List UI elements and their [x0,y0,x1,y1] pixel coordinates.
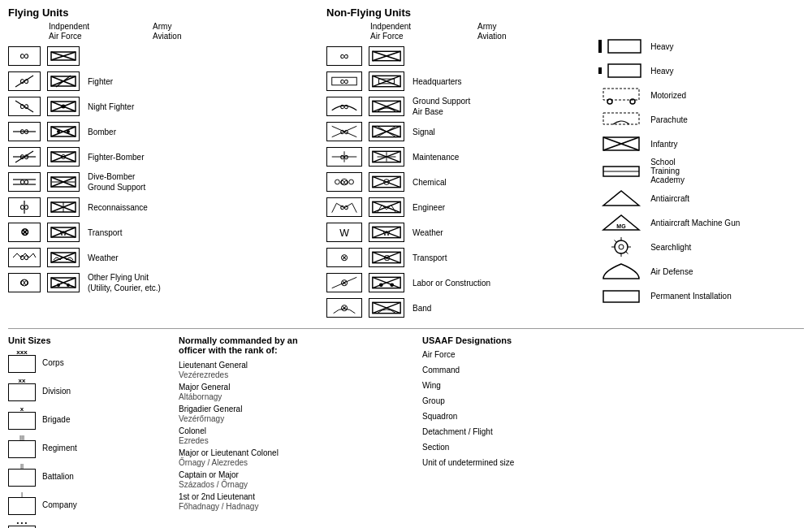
cmd-row-co: Captain or Major Százados / Őrnagy [179,470,422,489]
flying-row-0: ∞ [8,45,326,67]
commanded-by-section: Normally commanded by anofficer with the… [179,335,422,528]
cmd-row-regt: Colonel Ezredes [179,426,422,445]
sym-fly-weather-af: ∞ [8,248,41,267]
svg-text:MG: MG [617,223,627,229]
sym-nf-hq-af: ∞ [326,71,362,91]
sym-fly-bomber-army [47,122,80,141]
nf-row-weather: W W Weather [326,221,597,244]
cmd-rank-div: Major General [179,382,422,392]
sym-fly-nf-af: ∞ [8,97,41,116]
sym-nf-gsab-army [369,97,404,116]
nf-label-maint: Maintenance [412,152,459,162]
sym-perm-install [597,286,646,305]
nf-row-band: ⊗ Band [326,296,597,319]
svg-text:∞: ∞ [340,124,349,138]
cmd-sub-div: Altábornagy [179,392,422,401]
svg-text:∞: ∞ [340,49,349,63]
usaaf-row-undet: Unit of undetermined size [422,458,650,467]
nf-label-gsab: Ground SupportAir Base [412,96,470,117]
sym-fly-db-af: ∞ [8,172,41,192]
flying-units-header: Flying Units [8,6,326,19]
nf-col-indep: IndpendentAir Force [370,22,411,41]
sym-searchlight [597,237,646,257]
sym-nf-trans-army: ⊗ [369,248,404,267]
svg-line-49 [13,253,17,258]
sym-infantry [597,134,646,154]
svg-marker-141 [603,191,639,206]
usaaf-row-sec: Section [422,443,650,452]
special-row-heavy1: Heavy [597,36,804,57]
flying-label-recon: Reconnaissance [88,202,148,213]
cmd-row-corps: Lieutenant General Vezérezredes [179,360,422,379]
cmd-row-brig: Brigadier General Vezérőrnagy [179,404,422,423]
cmd-rank-regt: Colonel [179,426,422,436]
flying-label-bomber: Bomber [88,127,116,137]
flying-col-headers: IndpendentAir Force ArmyAviation [8,22,326,41]
nf-label-labor: Labor or Construction [412,278,490,288]
svg-text:⊗: ⊗ [383,253,391,262]
non-flying-col-headers: IndpendentAir Force ArmyAviation [326,22,597,41]
sym-nf-signal-af: ∞ [326,122,362,141]
special-label-airdefense: Air Defense [650,267,693,276]
nf-row-gsab: ∞ Ground SupportAir Base [326,95,597,118]
flying-row-db: ∞ Dive-BomberGround Support [8,171,326,193]
sym-antiaircraft [597,188,646,208]
svg-text:W: W [383,228,391,237]
usaaf-row-group: Group [422,396,650,405]
usaaf-row-af: Air Force [422,350,650,359]
sym-heavy1 [597,37,646,56]
special-row-airdefense: Air Defense [597,261,804,282]
flying-row-bomber: ∞ Bomber [8,120,326,143]
size-row-platoon: • • • Platoon [8,521,179,528]
special-row-school: SchoolTrainingAcademy [597,158,804,184]
nf-row-0: ∞ [326,45,597,67]
svg-point-133 [607,99,612,104]
sym-division [8,383,36,401]
svg-point-98 [349,180,354,184]
svg-rect-132 [603,89,639,100]
flying-label-nf: Night Fighter [88,102,134,112]
sym-fly-weather-army [47,248,80,267]
size-row-company: | Company [8,492,179,517]
sym-fly-bomber-af: ∞ [8,122,41,141]
nf-label-hq: Headquarters [412,76,462,87]
sym-fly-0-army [47,46,80,66]
cmd-sub-regt: Ezredes [179,436,422,445]
size-label-corps: Corps [42,358,64,367]
flying-label-other: Other Flying Unit(Utility, Courier, etc.… [88,272,161,293]
size-label-company: Company [42,500,77,509]
cmd-row-plt: 1st or 2nd Lieutenant Főhadnagy / Hadnag… [179,491,422,511]
usaaf-label-det: Detachment / Flight [422,427,650,436]
nf-row-maint: ∞ Maintenance [326,145,597,168]
sym-parachute [597,110,646,129]
sym-fly-db-army [47,172,80,192]
svg-line-9 [56,76,71,87]
special-row-heavy2: Heavy [597,60,804,81]
non-flying-header: Non-Flying Units [326,6,597,19]
special-row-motorized: Motorized [597,84,804,106]
sym-fly-recon-army [47,197,80,217]
size-row-battalion: || Battalion [8,464,179,488]
nf-label-chem: Chemical [412,177,447,188]
usaaf-label-undet: Unit of undetermined size [422,458,650,467]
sym-nf-maint-af: ∞ [326,147,362,167]
flying-label-fighter: Fighter [88,76,113,87]
sym-corps [8,355,36,373]
special-label-motorized: Motorized [650,91,686,100]
svg-text:⊗: ⊗ [340,252,348,263]
sym-fly-fighter-af: ∞ [8,71,41,91]
svg-line-53 [29,253,33,258]
sym-nf-eng-af: ∞ [326,197,362,217]
sym-air-defense [597,262,646,281]
sym-nf-0-army [369,46,404,66]
flying-label-fb: Fighter-Bomber [88,152,144,162]
special-row-parachute: Parachute [597,109,804,130]
svg-rect-130 [598,67,602,74]
usaaf-row-wing: Wing [422,381,650,390]
svg-line-149 [615,240,617,243]
usaaf-label-wing: Wing [422,381,650,390]
sym-nf-maint-army [369,147,404,167]
cmd-sub-brig: Vezérőrnagy [179,414,422,423]
flying-row-other: ∞ Other Flying Unit(Utility, Courier, et… [8,271,326,294]
col-army-av: ArmyAviation [153,22,193,41]
